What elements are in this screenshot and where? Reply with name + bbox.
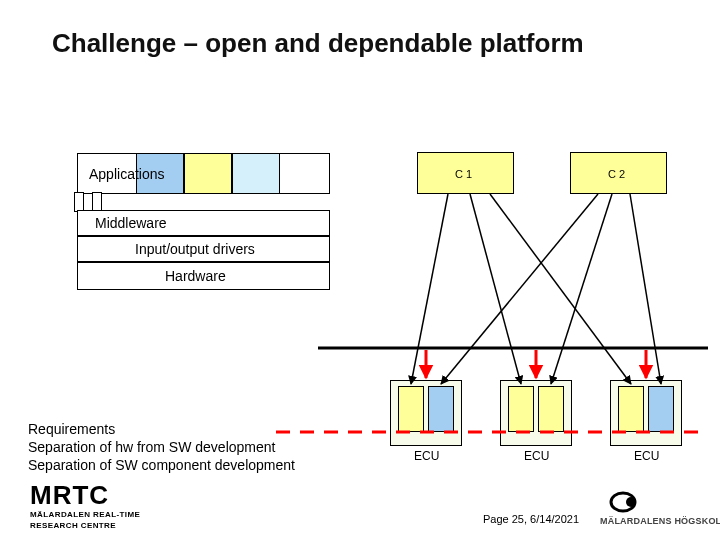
- svg-line-7: [441, 194, 598, 384]
- applications-label: Applications: [89, 166, 165, 182]
- mrtc-logo-text: MRTC: [30, 480, 109, 511]
- svg-line-6: [490, 194, 631, 384]
- ecu2-bar-b: [538, 386, 564, 432]
- ecu3-bar-a: [618, 386, 644, 432]
- hardware-label: Hardware: [165, 268, 226, 284]
- app-seg-2: [184, 153, 232, 194]
- requirements-heading: Requirements: [28, 421, 115, 439]
- ecu3-label: ECU: [634, 449, 659, 463]
- footer-page: Page 25, 6/14/2021: [483, 513, 579, 525]
- mrtc-sub1: MÄLARDALEN REAL-TIME: [30, 510, 140, 519]
- requirements-line1: Separation of hw from SW development: [28, 439, 275, 457]
- svg-point-1: [626, 497, 636, 507]
- notch-left: [74, 192, 84, 212]
- svg-line-4: [411, 194, 448, 384]
- ecu2-label: ECU: [524, 449, 549, 463]
- ecu1-bar-b: [428, 386, 454, 432]
- page-title: Challenge – open and dependable platform: [52, 28, 584, 59]
- notch-right: [92, 192, 102, 212]
- mdh-logo-text: MÄLARDALENS HÖGSKOLA: [600, 516, 720, 526]
- io-drivers-label: Input/output drivers: [135, 241, 255, 257]
- ecu3-bar-b: [648, 386, 674, 432]
- ecu1-bar-a: [398, 386, 424, 432]
- ecu1-label: ECU: [414, 449, 439, 463]
- c1-label: C 1: [455, 168, 472, 180]
- app-seg-3: [232, 153, 280, 194]
- ecu2-bar-a: [508, 386, 534, 432]
- c2-label: C 2: [608, 168, 625, 180]
- svg-line-9: [630, 194, 661, 384]
- middleware-label: Middleware: [95, 215, 167, 231]
- svg-line-8: [551, 194, 612, 384]
- svg-line-5: [470, 194, 521, 384]
- requirements-line2: Separation of SW component development: [28, 457, 295, 475]
- mrtc-sub2: RESEARCH CENTRE: [30, 521, 116, 530]
- svg-point-0: [611, 493, 635, 511]
